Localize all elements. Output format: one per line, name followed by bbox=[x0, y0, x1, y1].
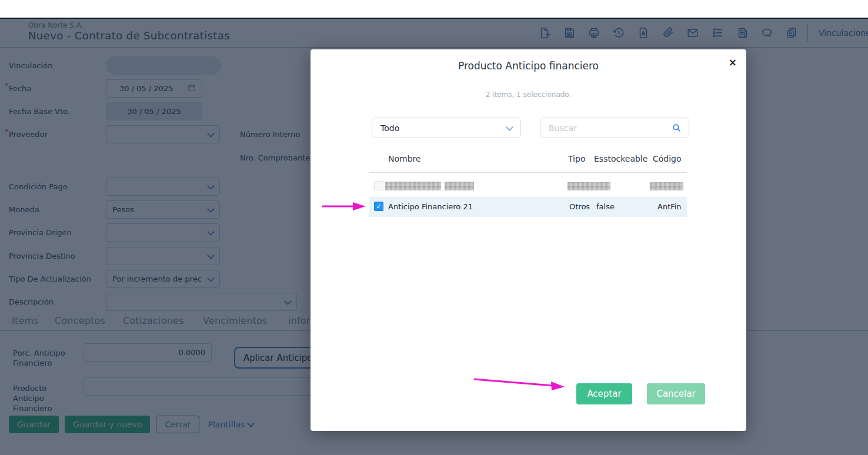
selection-summary: 2 items, 1 seleccionado. bbox=[311, 91, 746, 99]
cancelar-button[interactable]: Cancelar bbox=[647, 383, 705, 404]
search-box bbox=[540, 118, 689, 138]
modal-title: Producto Anticipo financiero bbox=[311, 60, 746, 72]
col-codigo: Código bbox=[653, 154, 682, 163]
search-input[interactable] bbox=[547, 123, 672, 133]
col-tipo: Tipo bbox=[568, 154, 585, 163]
cell-codigo: AntFin bbox=[657, 202, 682, 211]
filter-select[interactable]: Todo bbox=[372, 118, 521, 138]
col-nombre: Nombre bbox=[388, 154, 421, 163]
redacted-text bbox=[385, 182, 441, 190]
redacted-text bbox=[567, 182, 610, 190]
col-esstockeable: Esstockeable bbox=[594, 154, 647, 163]
chevron-down-icon bbox=[506, 123, 513, 131]
cell-nombre: Anticipo Financiero 21 bbox=[388, 202, 473, 211]
producto-anticipo-modal: × Producto Anticipo financiero 2 items, … bbox=[311, 49, 746, 431]
redacted-text bbox=[650, 182, 683, 190]
redacted-text bbox=[445, 182, 474, 190]
search-icon[interactable] bbox=[672, 123, 682, 133]
checkbox-unchecked[interactable] bbox=[374, 181, 383, 190]
cell-esstockeable: false bbox=[596, 202, 615, 211]
table-row-selected[interactable]: ✓ Anticipo Financiero 21 Otros false Ant… bbox=[369, 197, 687, 217]
cell-tipo: Otros bbox=[569, 202, 590, 211]
aceptar-button[interactable]: Aceptar bbox=[576, 383, 632, 404]
table-row-redacted[interactable] bbox=[369, 176, 687, 196]
header-divider bbox=[369, 172, 687, 173]
checkbox-checked[interactable]: ✓ bbox=[374, 202, 383, 211]
